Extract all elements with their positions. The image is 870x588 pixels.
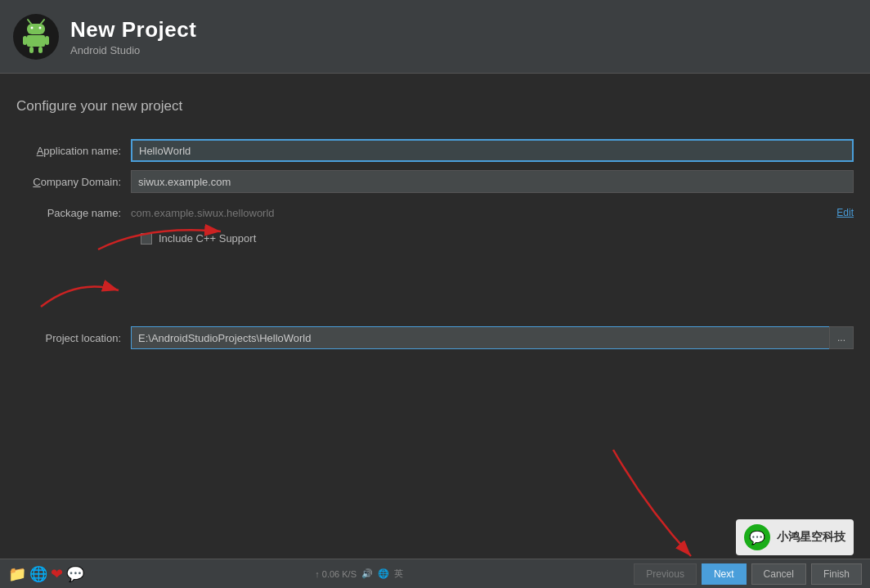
status-icon-2: 🌐 [378,568,389,579]
watermark-icon: 💬 [744,524,770,550]
header: New Project Android Studio [0,0,870,74]
company-domain-row: Company Domain: [25,170,854,193]
folder-icon[interactable]: 📁 [8,565,26,583]
cancel-button[interactable]: Cancel [751,563,806,585]
previous-button[interactable]: Previous [634,563,697,585]
svg-rect-8 [45,36,49,45]
svg-rect-2 [27,24,45,34]
location-label-text: Project location: [46,332,122,344]
app-subtitle: Android Studio [70,44,196,56]
location-input-wrapper: ... [131,326,854,349]
location-section: Project location: ... [25,326,854,349]
package-name-label-text: Package name: [47,207,121,219]
watermark-text: 小鸿星空科技 [777,530,845,545]
svg-rect-1 [27,35,45,47]
browser-icon[interactable]: 🌐 [29,565,47,583]
location-label: Project location: [25,332,131,344]
cpp-support-label[interactable]: Include C++ Support [159,232,256,245]
network-status: ↑ 0.06 K/S [315,569,357,579]
svg-rect-9 [29,47,34,53]
cpp-support-row: Include C++ Support [141,232,854,245]
finish-button[interactable]: Finish [811,563,862,585]
company-domain-input[interactable] [131,170,854,193]
package-name-value: com.example.siwux.helloworld [131,201,828,224]
watermark: 💬 小鸿星空科技 [736,519,854,555]
svg-point-4 [39,26,42,29]
svg-point-3 [31,26,34,29]
app-name-label-text: Application name: [37,145,121,157]
app2-icon[interactable]: 💬 [66,565,84,583]
svg-rect-10 [38,47,43,53]
app-name-input[interactable] [131,139,854,162]
status-icon-1: 🔊 [361,568,373,579]
app-name-row: Application name: [25,139,854,162]
form-area: Application name: Company Domain: Packag… [16,139,854,349]
android-logo-icon [13,14,59,60]
edit-package-link[interactable]: Edit [836,207,854,218]
status-icon-3: 英 [394,568,403,580]
next-button[interactable]: Next [702,563,747,585]
app-title: New Project [70,17,196,43]
header-text-block: New Project Android Studio [70,17,196,56]
section-title: Configure your new project [16,98,854,114]
company-domain-label-text: Company Domain: [33,176,121,188]
arrow-next-button-icon [572,442,720,559]
project-location-input[interactable] [131,326,829,349]
nav-buttons: Previous Next Cancel Finish [634,563,862,585]
company-domain-label: Company Domain: [25,176,131,188]
taskbar-icons: 📁 🌐 ❤ 💬 [8,565,84,583]
bottom-status: ↑ 0.06 K/S 🔊 🌐 英 [315,568,403,580]
main-content: Configure your new project Application n… [0,74,870,559]
svg-rect-7 [23,36,27,45]
location-row: Project location: ... [25,326,854,349]
package-name-label: Package name: [25,207,131,219]
app-name-label: Application name: [25,145,131,157]
browse-button[interactable]: ... [829,326,854,349]
cpp-support-checkbox[interactable] [141,233,152,245]
package-name-row: Package name: com.example.siwux.hellowor… [25,201,854,224]
app1-icon[interactable]: ❤ [51,565,63,583]
bottom-bar: 📁 🌐 ❤ 💬 ↑ 0.06 K/S 🔊 🌐 英 Previous Next C… [0,559,870,588]
